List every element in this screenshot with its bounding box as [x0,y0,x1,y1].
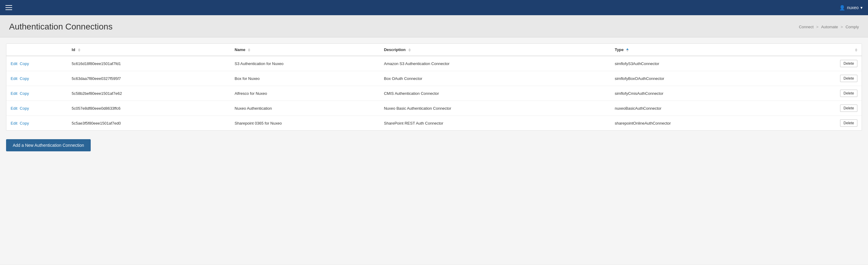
row-name-1: Box for Nuxeo [230,71,379,86]
col-name-label: Name [235,47,245,52]
table-row: Edit Copy 5c057e8df80eee0d8633ffc6 Nuxeo… [6,101,862,116]
row-actions-4: Edit Copy [6,116,67,131]
edit-link-2[interactable]: Edit [11,91,17,96]
row-type-4: sharepointOnlineAuthConnector [611,116,800,131]
col-header-description[interactable]: Description [379,44,611,56]
col-id-sort-icon[interactable] [78,48,81,52]
row-actions-1: Edit Copy [6,71,67,86]
table-row: Edit Copy 5c58b2bef80eee1501af7e62 Alfre… [6,86,862,101]
col-header-id[interactable]: Id [67,44,230,56]
page-title: Authentication Connections [9,22,113,32]
delete-button-3[interactable]: Delete [840,105,857,112]
row-id-2: 5c58b2bef80eee1501af7e62 [67,86,230,101]
connections-table: Id Name Description [6,44,862,130]
breadcrumb: Connect > Automate > Comply [799,25,859,29]
breadcrumb-item-automate[interactable]: Automate [821,25,838,29]
copy-link-1[interactable]: Copy [20,76,29,81]
row-id-1: 5c63daa7f80eee0327f595f7 [67,71,230,86]
row-description-2: CMIS Authentication Connector [379,86,611,101]
edit-link-3[interactable]: Edit [11,106,17,111]
sort-up-icon [855,48,857,50]
col-name-sort-icon[interactable] [248,48,250,52]
sort-up-icon [408,48,411,50]
sort-down-icon [626,50,629,52]
edit-link-1[interactable]: Edit [11,76,17,81]
copy-link-3[interactable]: Copy [20,106,29,111]
row-delete-cell-4: Delete [801,116,862,131]
sort-down-icon [408,50,411,52]
row-name-4: Sharepoint 0365 for Nuxeo [230,116,379,131]
col-desc-sort-icon[interactable] [408,48,411,52]
delete-button-2[interactable]: Delete [840,90,857,97]
sort-down-icon [248,50,250,52]
breadcrumb-sep-1: > [816,25,819,29]
row-description-4: SharePoint REST Auth Connector [379,116,611,131]
user-icon: 👤 [839,5,845,11]
row-delete-cell-3: Delete [801,101,862,116]
row-actions-0: Edit Copy [6,56,67,71]
table-row: Edit Copy 5c616d18f80eee1501af7fd1 S3 Au… [6,56,862,71]
col-header-name[interactable]: Name [230,44,379,56]
breadcrumb-item-comply[interactable]: Comply [845,25,859,29]
copy-link-2[interactable]: Copy [20,91,29,96]
row-type-1: simflofyBoxOAuthConnector [611,71,800,86]
table-header-row: Id Name Description [6,44,862,56]
col-id-label: Id [71,47,75,52]
user-dropdown-icon: ▾ [860,5,863,10]
table-row: Edit Copy 5c5ae3f5f80eee1501af7ed0 Share… [6,116,862,131]
col-header-type[interactable]: Type [611,44,800,56]
sort-down-icon [78,50,81,52]
page-header: Authentication Connections Connect > Aut… [0,15,868,37]
row-id-0: 5c616d18f80eee1501af7fd1 [67,56,230,71]
col-type-sort-icon[interactable] [626,48,629,52]
hamburger-menu[interactable] [5,5,12,10]
row-name-2: Alfresco for Nuxeo [230,86,379,101]
col-header-actions [6,44,67,56]
copy-link-0[interactable]: Copy [20,61,29,66]
sort-down-icon [855,50,857,52]
row-id-3: 5c057e8df80eee0d8633ffc6 [67,101,230,116]
delete-button-0[interactable]: Delete [840,60,857,67]
breadcrumb-sep-2: > [841,25,844,29]
table-row: Edit Copy 5c63daa7f80eee0327f595f7 Box f… [6,71,862,86]
col-type-label: Type [615,47,623,52]
col-header-delete [801,44,862,56]
row-type-0: simflofyS3AuthConnector [611,56,800,71]
copy-link-4[interactable]: Copy [20,121,29,126]
user-menu[interactable]: 👤 nuxeo ▾ [839,5,863,11]
user-label: nuxeo [847,5,859,10]
breadcrumb-item-connect[interactable]: Connect [799,25,813,29]
edit-link-0[interactable]: Edit [11,61,17,66]
navbar: 👤 nuxeo ▾ [0,0,868,15]
row-id-4: 5c5ae3f5f80eee1501af7ed0 [67,116,230,131]
row-description-3: Nuxeo Basic Authentication Connector [379,101,611,116]
row-actions-2: Edit Copy [6,86,67,101]
sort-up-icon [248,48,250,50]
row-delete-cell-0: Delete [801,56,862,71]
main-content: Id Name Description [0,37,868,264]
delete-button-1[interactable]: Delete [840,75,857,82]
delete-button-4[interactable]: Delete [840,120,857,127]
edit-link-4[interactable]: Edit [11,121,17,126]
row-description-1: Box OAuth Connector [379,71,611,86]
row-type-3: nuxeoBasicAuthConnector [611,101,800,116]
row-actions-3: Edit Copy [6,101,67,116]
col-desc-label: Description [384,47,406,52]
col-delete-sort-icon[interactable] [855,48,857,52]
row-name-0: S3 Authentication for Nuxeo [230,56,379,71]
row-delete-cell-2: Delete [801,86,862,101]
row-delete-cell-1: Delete [801,71,862,86]
row-type-2: simflofyCmisAuthConnector [611,86,800,101]
sort-up-icon [78,48,81,50]
row-name-3: Nuxeo Authentication [230,101,379,116]
add-connection-button[interactable]: Add a New Authentication Connection [6,139,91,151]
row-description-0: Amazon S3 Authentication Connector [379,56,611,71]
sort-up-active-icon [626,48,629,50]
connections-table-container: Id Name Description [6,44,862,131]
